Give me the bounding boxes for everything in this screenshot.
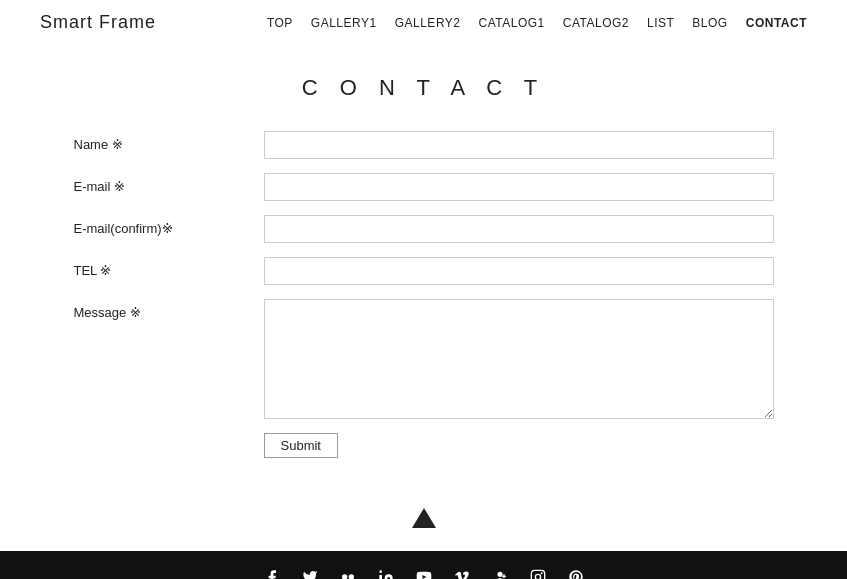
email-row: E-mail ※ [74, 173, 774, 201]
contact-form-container: Name ※ E-mail ※ E-mail(confirm)※ TEL ※ M… [74, 131, 774, 458]
scroll-top-arrow[interactable] [412, 508, 436, 528]
email-confirm-label: E-mail(confirm)※ [74, 215, 264, 236]
vimeo-icon[interactable] [454, 569, 470, 579]
tel-label: TEL ※ [74, 257, 264, 278]
flickr-icon[interactable] [340, 569, 356, 579]
email-confirm-row: E-mail(confirm)※ [74, 215, 774, 243]
email-label: E-mail ※ [74, 173, 264, 194]
tel-row: TEL ※ [74, 257, 774, 285]
header: Smart Frame TOP GALLERY1 GALLERY2 CATALO… [0, 0, 847, 45]
nav-blog[interactable]: BLOG [692, 16, 727, 30]
main-nav: TOP GALLERY1 GALLERY2 CATALOG1 CATALOG2 … [267, 16, 807, 30]
nav-top[interactable]: TOP [267, 16, 293, 30]
pinterest-icon[interactable] [568, 569, 584, 579]
email-confirm-input[interactable] [264, 215, 774, 243]
youtube-icon[interactable] [416, 569, 432, 579]
facebook-icon[interactable] [264, 569, 280, 579]
nav-list[interactable]: LIST [647, 16, 674, 30]
svg-point-2 [379, 570, 382, 573]
submit-button[interactable]: Submit [264, 433, 338, 458]
name-input[interactable] [264, 131, 774, 159]
footer [0, 551, 847, 579]
contact-form: Name ※ E-mail ※ E-mail(confirm)※ TEL ※ M… [74, 131, 774, 458]
logo: Smart Frame [40, 12, 156, 33]
nav-gallery1[interactable]: GALLERY1 [311, 16, 377, 30]
submit-row: Submit [264, 433, 774, 458]
instagram-icon[interactable] [530, 569, 546, 579]
svg-point-1 [348, 574, 353, 579]
message-row: Message ※ [74, 299, 774, 419]
svg-point-6 [540, 572, 542, 574]
googleplus-icon[interactable] [492, 569, 508, 579]
tel-input[interactable] [264, 257, 774, 285]
nav-catalog1[interactable]: CATALOG1 [479, 16, 545, 30]
twitter-icon[interactable] [302, 569, 318, 579]
email-input[interactable] [264, 173, 774, 201]
svg-point-0 [342, 574, 347, 579]
main-content: C O N T A C T Name ※ E-mail ※ E-mail(con… [0, 45, 847, 488]
nav-catalog2[interactable]: CATALOG2 [563, 16, 629, 30]
nav-gallery2[interactable]: GALLERY2 [395, 16, 461, 30]
linkedin-icon[interactable] [378, 569, 394, 579]
scroll-top[interactable] [0, 488, 847, 541]
message-label: Message ※ [74, 299, 264, 320]
name-label: Name ※ [74, 131, 264, 152]
nav-contact[interactable]: CONTACT [746, 16, 807, 30]
svg-point-5 [535, 574, 540, 579]
page-title: C O N T A C T [40, 75, 807, 101]
name-row: Name ※ [74, 131, 774, 159]
message-textarea[interactable] [264, 299, 774, 419]
